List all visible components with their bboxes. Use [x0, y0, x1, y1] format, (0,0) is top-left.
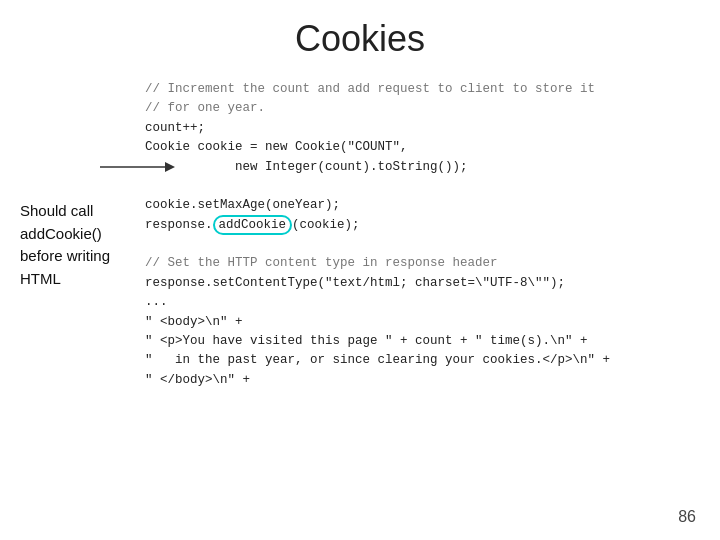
annotation-line4: HTML: [20, 268, 140, 291]
highlight-addCookie: addCookie: [213, 215, 293, 235]
code-line-7: response.addCookie(cookie);: [145, 216, 720, 235]
code-blank-1: [145, 177, 720, 196]
code-line-1: // Increment the count and add request t…: [145, 80, 720, 99]
code-line-9: response.setContentType("text/html; char…: [145, 274, 720, 293]
code-line-12: " <p>You have visited this page " + coun…: [145, 332, 720, 351]
code-line-5: new Integer(count).toString());: [145, 158, 720, 177]
code-line-10: ...: [145, 293, 720, 312]
code-line-11: " <body>\n" +: [145, 313, 720, 332]
code-line-3: count++;: [145, 119, 720, 138]
annotation-block: Should call addCookie() before writing H…: [10, 80, 140, 390]
code-line-13: " in the past year, or since clearing yo…: [145, 351, 720, 370]
code-blank-2: [145, 235, 720, 254]
annotation-line1: Should call: [20, 200, 140, 223]
code-line-14: " </body>\n" +: [145, 371, 720, 390]
code-line-2: // for one year.: [145, 99, 720, 118]
code-line-4: Cookie cookie = new Cookie("COUNT",: [145, 138, 720, 157]
code-block: // Increment the count and add request t…: [140, 80, 720, 390]
annotation-line2: addCookie(): [20, 223, 140, 246]
annotation-line3: before writing: [20, 245, 140, 268]
page-number: 86: [678, 508, 696, 526]
page-title: Cookies: [0, 0, 720, 70]
code-line-6: cookie.setMaxAge(oneYear);: [145, 196, 720, 215]
code-line-8: // Set the HTTP content type in response…: [145, 254, 720, 273]
